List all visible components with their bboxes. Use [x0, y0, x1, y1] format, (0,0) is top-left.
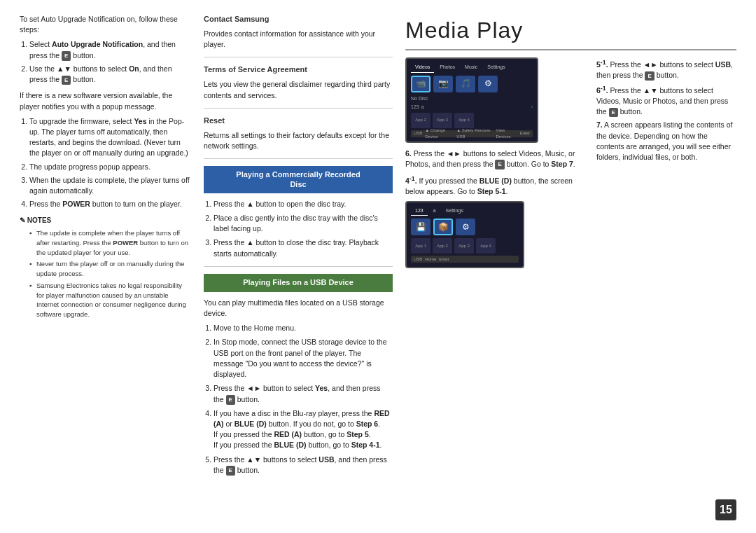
left-intro: To set Auto Upgrade Notification on, fol… [20, 14, 191, 35]
bar-view: View Devices [496, 127, 517, 139]
screen-tab-music: Music [461, 63, 482, 72]
auto-upgrade-label: Auto Upgrade Notification [52, 40, 143, 48]
screen-mockup-2: 123 a Settings 💾 📦 ⚙ App 1 App 2 App 3 A… [405, 201, 524, 268]
contact-samsung-heading: Contact Samsung [204, 14, 393, 25]
screen-bar-1: USB ▲ Change Device ▲ Safely Remove USB … [411, 130, 533, 137]
left-step-2: Use the ▲▼ buttons to select On, and the… [29, 64, 191, 85]
e-button-2: E [62, 76, 71, 85]
right-column: Media Play Videos Photos Music Settings … [405, 14, 736, 479]
recorded-disc-heading: Playing a Commercially RecordedDisc [204, 166, 393, 193]
disc-step-3: Press the ▲ button to close the disc tra… [214, 237, 393, 258]
screen2-icon-3: ⚙ [456, 219, 475, 235]
recorded-disc-steps: Press the ▲ button to open the disc tray… [214, 199, 393, 259]
usb-intro: You can play multimedia files located on… [204, 298, 393, 319]
screen2-icon-2: 📦 [433, 219, 453, 235]
right-main: Videos Photos Music Settings 📹 📷 🎵 ⚙ No … [405, 57, 587, 274]
page-number: 15 [715, 499, 736, 520]
screen2-apps-row: App 1 App 2 App 3 App 4 [411, 238, 519, 254]
screen2-icon-1: 💾 [411, 219, 430, 235]
screen-icons-row-1: 📹 📷 🎵 ⚙ [411, 76, 533, 92]
screen-tab-photos: Photos [435, 63, 459, 72]
divider-2 [204, 108, 393, 109]
screen-arrow: › [531, 104, 533, 111]
reset-text: Returns all settings to their factory de… [204, 130, 393, 151]
page-layout: To set Auto Upgrade Notification on, fol… [20, 14, 736, 479]
mid-column: Contact Samsung Provides contact informa… [204, 14, 393, 479]
substep-1: To upgrade the firmware, select Yes in t… [29, 116, 191, 159]
screen2-app-3: App 3 [454, 238, 474, 254]
contact-samsung-text: Provides contact information for assista… [204, 29, 393, 50]
usb-step-1: Move to the Home menu. [214, 323, 393, 333]
right-step-4-1: 4-1. If you pressed the BLUE (D) button,… [405, 174, 587, 197]
right-step-7-label: 7. A screen appears listing the contents… [596, 120, 736, 162]
e-button-usb: E [226, 395, 235, 405]
screen-123-label: 123 [411, 104, 419, 111]
screen-tab-settings2: Settings [442, 207, 468, 216]
disc-step-1: Press the ▲ button to open the disc tray… [214, 199, 393, 209]
e-btn-6: E [495, 160, 504, 169]
right-sidebar: 5-1. Press the ◄► buttons to select USB,… [596, 57, 736, 274]
e-btn-51: E [645, 71, 654, 81]
bar-usb: USB [414, 130, 422, 137]
note-1: The update is complete when the player t… [29, 228, 191, 257]
screen2-app-4: App 4 [476, 238, 496, 254]
on-label: On [129, 64, 139, 73]
divider-4 [204, 266, 393, 267]
e-btn-61: E [609, 108, 618, 118]
substeps-list: To upgrade the firmware, select Yes in t… [29, 116, 191, 210]
terms-heading: Terms of Service Agreement [204, 64, 393, 76]
usb-device-heading: Playing Files on a USB Device [204, 274, 393, 292]
divider-1 [204, 57, 393, 57]
screen-tab-123: 123 [411, 207, 428, 216]
screen-bar-2: USB Home Enter [411, 256, 519, 263]
e-button-usb2: E [226, 466, 235, 476]
terms-text: Lets you view the general disclaimer reg… [204, 79, 393, 100]
popup-note: If there is a new software version avail… [20, 90, 191, 111]
substep-3: When the update is complete, the player … [29, 175, 191, 196]
left-steps-list: Select Auto Upgrade Notification, and th… [29, 39, 191, 85]
usb-step-2: In Stop mode, connect the USB storage de… [214, 337, 393, 380]
notes-list: The update is complete when the player t… [29, 228, 191, 319]
page-title-area: Media Play [405, 14, 736, 50]
bar2-usb: USB [414, 256, 422, 263]
e-button-1: E [62, 51, 71, 61]
screen-icon-music: 🎵 [456, 76, 475, 92]
right-step-6-1-label: 6-1. Press the ▲▼ buttons to select Vide… [596, 83, 736, 117]
screen-tab-a: a [429, 207, 440, 216]
bar-enter: Enter [520, 130, 530, 137]
usb-step-3: Press the ◄► button to select Yes, and t… [214, 383, 393, 404]
screen-app-2: App 2 [411, 113, 430, 128]
screen-tab-settings: Settings [483, 63, 509, 72]
usb-steps: Move to the Home menu. In Stop mode, con… [214, 323, 393, 476]
note-3: Samsung Electronics takes no legal respo… [29, 281, 191, 319]
right-content: Videos Photos Music Settings 📹 📷 🎵 ⚙ No … [405, 57, 736, 274]
yes-label: Yes [134, 117, 146, 125]
left-column: To set Auto Upgrade Notification on, fol… [20, 14, 191, 479]
right-step-5-1-label: 5-1. Press the ◄► buttons to select USB,… [596, 57, 736, 81]
disc-step-2: Place a disc gently into the disc tray w… [214, 213, 393, 234]
screen-icon-video: 📹 [411, 76, 430, 92]
left-step-1: Select Auto Upgrade Notification, and th… [29, 39, 191, 60]
screen-mockup-1: Videos Photos Music Settings 📹 📷 🎵 ⚙ No … [405, 57, 538, 142]
usb-step-5: Press the ▲▼ buttons to select USB, and … [214, 455, 393, 476]
notes-title: NOTES [20, 216, 191, 226]
screen-tabs-2: 123 a Settings [411, 207, 519, 216]
screen2-app-2: App 2 [433, 238, 452, 254]
divider-3 [204, 158, 393, 159]
screen-apps-row-1: App 2 App 3 App 4 [411, 113, 533, 128]
screen-no-disc-label: No Disc [411, 95, 533, 102]
power-label: POWER [62, 200, 90, 208]
screen-a-label: a [421, 104, 424, 111]
bar-change: ▲ Change Device [425, 127, 454, 139]
substep-4: Press the POWER button to turn on the pl… [29, 199, 191, 209]
bar2-home: Home [425, 256, 436, 263]
screen-app-3: App 3 [433, 113, 452, 128]
screen2-app-1: App 1 [411, 238, 430, 254]
note-2: Never turn the player off or on manually… [29, 259, 191, 279]
screen-icons-row-2: 💾 📦 ⚙ [411, 219, 519, 235]
screen-icon-gear: ⚙ [478, 76, 498, 92]
substep-2: The update progress popup appears. [29, 162, 191, 172]
reset-heading: Reset [204, 116, 393, 127]
bar-safely: ▲ Safely Remove USB [456, 127, 493, 139]
notes-section: NOTES The update is complete when the pl… [20, 216, 191, 319]
